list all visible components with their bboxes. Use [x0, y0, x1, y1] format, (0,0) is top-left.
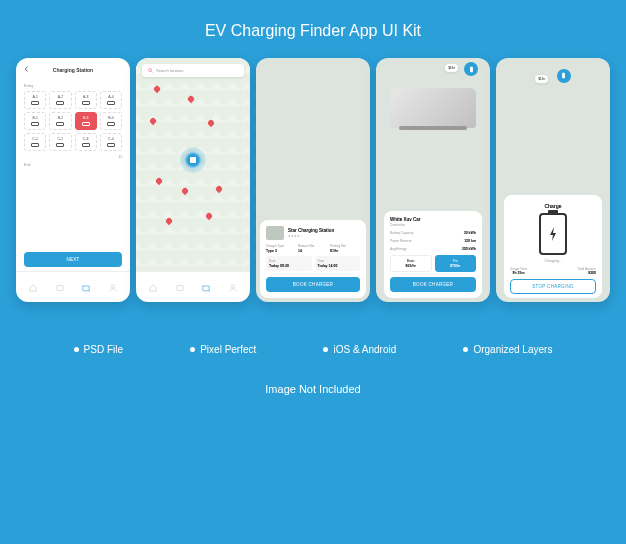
battery-icon: [107, 143, 115, 147]
phone-row: Charging Station Entry A-1 A-2 A-3 A-4 B…: [0, 58, 626, 302]
charging-status: Charging...: [510, 259, 596, 263]
date-picker[interactable]: Date Today 09:30: [266, 256, 312, 271]
slot-a3[interactable]: A-3: [75, 91, 97, 109]
battery-icon: [56, 101, 64, 105]
nav-map-icon[interactable]: [82, 278, 90, 296]
bottom-nav: [16, 271, 130, 302]
slot-b3-selected[interactable]: B-3: [75, 112, 97, 130]
nav-profile-icon[interactable]: [229, 278, 237, 296]
plan-price: $70/hr: [439, 264, 473, 268]
bullet-icon: [74, 347, 79, 352]
spec-value: 14: [298, 249, 328, 253]
plan-pro[interactable]: Pro $70/hr: [435, 255, 477, 272]
screen-map: Search location: [136, 58, 250, 302]
bullet-icon: [323, 347, 328, 352]
date-label: Date: [269, 259, 309, 263]
svg-rect-6: [470, 66, 473, 72]
feature-text: Pixel Perfect: [200, 344, 256, 355]
station-card: Star Charging Station ★★★★☆ Charger Type…: [260, 220, 366, 298]
feature-text: Organized Layers: [473, 344, 552, 355]
svg-rect-7: [562, 73, 565, 79]
nav-home-icon[interactable]: [29, 278, 37, 296]
feature-list: PSD File Pixel Perfect iOS & Android Org…: [0, 302, 626, 365]
bolt-icon: [548, 227, 558, 241]
battery-marker-icon: [557, 69, 571, 83]
feature-item: Organized Layers: [463, 344, 552, 355]
battery-icon: [31, 122, 39, 126]
nav-wallet-icon[interactable]: [176, 278, 184, 296]
charge-title: Charge: [510, 203, 596, 209]
stat-value: $200: [578, 271, 596, 275]
d-label: D: [24, 154, 122, 159]
svg-point-5: [231, 285, 234, 288]
nav-map-icon[interactable]: [202, 278, 210, 296]
bullet-icon: [190, 347, 195, 352]
nav-home-icon[interactable]: [149, 278, 157, 296]
slot-a4[interactable]: A-4: [100, 91, 122, 109]
slot-b1[interactable]: B-1: [24, 112, 46, 130]
feature-item: iOS & Android: [323, 344, 396, 355]
book-charger-button[interactable]: BOOK CHARGER: [390, 277, 476, 292]
svg-point-1: [111, 285, 114, 288]
slot-c4[interactable]: C-4: [100, 133, 122, 151]
search-input[interactable]: Search location: [142, 64, 244, 77]
slot-c2[interactable]: C-2: [49, 133, 71, 151]
battery-icon: [31, 101, 39, 105]
car-subtitle: Connection: [390, 223, 476, 227]
spec-label: Avg Energy: [390, 247, 406, 251]
spec-label: Power Reserve: [390, 239, 412, 243]
spec-label: Remain Slot: [298, 244, 328, 248]
next-button[interactable]: NEXT: [24, 252, 122, 267]
rate-badge: $1/hr: [535, 75, 548, 83]
station-rating: ★★★★☆: [288, 234, 334, 238]
current-location-marker[interactable]: [180, 147, 206, 173]
search-icon: [148, 68, 153, 73]
svg-rect-4: [177, 286, 183, 291]
station-thumbnail: [266, 226, 284, 240]
search-placeholder: Search location: [156, 68, 184, 73]
battery-large-icon: [539, 213, 567, 255]
feature-item: PSD File: [74, 344, 123, 355]
battery-icon: [82, 122, 90, 126]
screen-station-detail: Star Charging Station ★★★★☆ Charger Type…: [256, 58, 370, 302]
plan-name: Basic: [394, 259, 428, 263]
rate-badge: $1/hr: [445, 64, 458, 72]
car-name: White Xuv Car: [390, 217, 476, 222]
slot-a2[interactable]: A-2: [49, 91, 71, 109]
slot-c3[interactable]: C-3: [75, 133, 97, 151]
battery-icon: [107, 101, 115, 105]
spec-value: Type 3: [266, 249, 296, 253]
book-charger-button[interactable]: BOOK CHARGER: [266, 277, 360, 292]
screen-car-detail: $1/hr White Xuv Car Connection Battery C…: [376, 58, 490, 302]
stat-value: 9h 35m: [510, 271, 527, 275]
footnote: Image Not Included: [0, 365, 626, 395]
plan-basic[interactable]: Basic $65/hr: [390, 255, 432, 272]
feature-text: PSD File: [84, 344, 123, 355]
slot-c1[interactable]: C-1: [24, 133, 46, 151]
plan-price: $65/hr: [394, 264, 428, 268]
date-value: Today 09:30: [269, 264, 309, 268]
spec-value: 300 kWh: [462, 247, 476, 251]
slot-a1[interactable]: A-1: [24, 91, 46, 109]
battery-icon: [107, 122, 115, 126]
spec-value: 120 km: [464, 239, 476, 243]
svg-point-2: [149, 69, 152, 72]
spec-value: $1/hr: [330, 249, 360, 253]
exit-label: Exit: [24, 162, 122, 167]
time-value: Today 14:00: [318, 264, 358, 268]
time-picker[interactable]: Time Today 14:00: [315, 256, 361, 271]
spec-label: Parking Fee: [330, 244, 360, 248]
battery-marker-icon: [464, 62, 478, 76]
battery-icon: [56, 122, 64, 126]
svg-rect-0: [57, 286, 63, 291]
nav-profile-icon[interactable]: [109, 278, 117, 296]
battery-icon: [82, 101, 90, 105]
slot-b4[interactable]: B-4: [100, 112, 122, 130]
nav-wallet-icon[interactable]: [56, 278, 64, 296]
stop-charging-button[interactable]: STOP CHARGING: [510, 279, 596, 294]
screen1-title: Charging Station: [30, 67, 116, 73]
spec-label: Charger Type: [266, 244, 296, 248]
slot-b2[interactable]: B-2: [49, 112, 71, 130]
station-name: Star Charging Station: [288, 228, 334, 233]
page-title: EV Charging Finder App UI Kit: [0, 0, 626, 58]
